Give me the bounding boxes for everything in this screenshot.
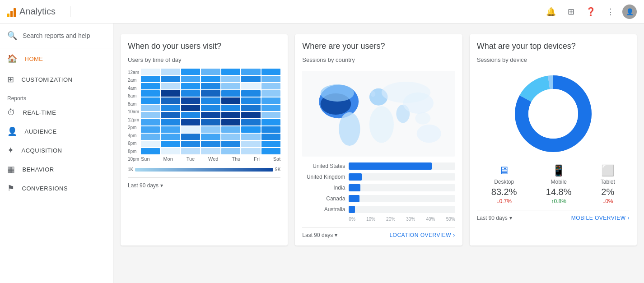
sidebar-item-behavior[interactable]: ▦ BEHAVIOR xyxy=(0,160,113,179)
heatmap-cell xyxy=(241,76,260,82)
desktop-icon: 🖥 xyxy=(491,164,517,177)
heatmap-cell xyxy=(221,119,240,125)
conversions-icon: ⚑ xyxy=(7,183,15,193)
where-card-footer: Last 90 days ▾ LOCATION OVERVIEW › xyxy=(302,227,455,238)
heatmap-wrapper: 12am2am4am6am8am10am12pm2pm4pm6pm8pm10pm… xyxy=(128,69,280,163)
country-axis-label: 10% xyxy=(366,217,375,222)
heatmap-x-label: Wed xyxy=(208,156,218,162)
svg-point-11 xyxy=(417,125,441,143)
heatmap-y-label: 2am xyxy=(128,77,139,84)
heatmap-x-labels: SunMonTueWedThuFriSat xyxy=(141,154,280,163)
heatmap-cell xyxy=(261,97,280,104)
desktop-label: Desktop xyxy=(491,179,517,185)
legend-min: 1K xyxy=(128,167,133,172)
heatmap-cell xyxy=(141,148,160,154)
heatmap-area: SunMonTueWedThuFriSat xyxy=(141,69,280,163)
country-bar-axis: 0%10%20%30%40%50% xyxy=(302,217,455,222)
realtime-icon: ⏱ xyxy=(7,108,16,117)
nav-item-customization[interactable]: ⊞ CUSTOMIZATION xyxy=(0,69,113,90)
heatmap-cell xyxy=(221,134,240,140)
device-stat-desktop: 🖥Desktop83.2%↓0.7% xyxy=(491,164,517,204)
heatmap-cell xyxy=(161,105,180,111)
heatmap-cell xyxy=(181,83,200,89)
heatmap-cell xyxy=(181,134,200,140)
heatmap-cell xyxy=(201,90,220,97)
heatmap-cell xyxy=(141,126,160,133)
more-button[interactable]: ⋮ xyxy=(602,4,619,20)
devices-date-chevron: ▾ xyxy=(509,215,512,221)
nav-item-home[interactable]: 🏠 HOME xyxy=(0,48,113,69)
legend-max: 9K xyxy=(275,167,280,172)
heatmap-cell xyxy=(161,112,180,118)
notifications-button[interactable]: 🔔 xyxy=(543,4,559,20)
sidebar-item-realtime[interactable]: ⏱ REAL-TIME xyxy=(0,103,113,122)
heatmap-cell xyxy=(221,105,240,111)
main-content: When do your users visit? Users by time … xyxy=(113,23,644,283)
heatmap-cell xyxy=(181,97,200,104)
heatmap-cell xyxy=(241,141,260,147)
heatmap-cell xyxy=(141,112,160,118)
heatmap-x-label: Sun xyxy=(141,156,150,162)
country-bar-container xyxy=(349,173,455,181)
heatmap-x-label: Fri xyxy=(254,156,260,162)
heatmap-cell xyxy=(241,105,260,111)
heatmap-cell xyxy=(201,76,220,82)
search-bar[interactable]: 🔍 Search reports and help xyxy=(0,23,113,48)
heatmap-y-label: 10am xyxy=(128,108,139,116)
location-overview-link[interactable]: LOCATION OVERVIEW › xyxy=(389,232,455,238)
app-logo: Analytics xyxy=(7,6,56,17)
acquisition-icon: ✦ xyxy=(7,145,14,155)
devices-date-label: Last 90 days xyxy=(477,215,508,221)
heatmap-cell xyxy=(241,119,260,125)
heatmap-cell xyxy=(261,141,280,147)
country-row: Australia xyxy=(302,206,455,213)
sidebar-item-conversions[interactable]: ⚑ CONVERSIONS xyxy=(0,179,113,198)
country-axis-label: 0% xyxy=(349,217,355,222)
heatmap-cell xyxy=(141,90,160,97)
devices-card: What are your top devices? Sessions by d… xyxy=(470,34,637,246)
devices-date-selector[interactable]: Last 90 days ▾ xyxy=(477,215,512,221)
country-axis-label: 20% xyxy=(386,217,395,222)
map-svg xyxy=(302,69,455,159)
country-row: Canada xyxy=(302,195,455,202)
heatmap-cell xyxy=(241,90,260,97)
country-bar xyxy=(349,195,359,202)
legend-gradient xyxy=(135,168,273,172)
devices-card-footer: Last 90 days ▾ MOBILE OVERVIEW › xyxy=(477,210,630,221)
legend-bar: 1K 9K xyxy=(128,167,280,172)
customization-icon: ⊞ xyxy=(7,74,14,84)
device-stats: 🖥Desktop83.2%↓0.7%📱Mobile14.8%↑0.8%⬜Tabl… xyxy=(477,164,630,204)
country-row: India xyxy=(302,184,455,191)
where-date-selector[interactable]: Last 90 days ▾ xyxy=(302,232,337,238)
heatmap-cell xyxy=(261,105,280,111)
apps-button[interactable]: ⊞ xyxy=(563,4,579,20)
heatmap-cell xyxy=(141,76,160,82)
when-date-chevron: ▾ xyxy=(160,182,163,189)
country-bar-container xyxy=(349,206,455,213)
behavior-icon: ▦ xyxy=(7,164,15,174)
heatmap-cell xyxy=(221,126,240,133)
heatmap-cell xyxy=(181,126,200,133)
when-date-selector[interactable]: Last 90 days ▾ xyxy=(128,182,163,189)
country-row: United Kingdom xyxy=(302,173,455,181)
device-stat-tablet: ⬜Tablet2%↓0% xyxy=(601,164,615,204)
help-button[interactable]: ❓ xyxy=(583,4,599,20)
where-card: Where are your users? Sessions by countr… xyxy=(295,34,462,246)
heatmap-cell xyxy=(201,141,220,147)
user-avatar[interactable]: 👤 xyxy=(622,5,637,19)
heatmap-cell xyxy=(181,112,200,118)
when-card: When do your users visit? Users by time … xyxy=(121,34,288,246)
mobile-percent: 14.8% xyxy=(546,187,572,197)
sidebar-item-audience[interactable]: 👤 AUDIENCE xyxy=(0,122,113,141)
svg-point-3 xyxy=(321,84,354,102)
sidebar-item-acquisition[interactable]: ✦ ACQUISITION xyxy=(0,141,113,160)
mobile-icon: 📱 xyxy=(546,164,572,177)
where-chart-subtitle: Sessions by country xyxy=(302,56,455,63)
country-bars: United StatesUnited KingdomIndiaCanadaAu… xyxy=(302,162,455,213)
tablet-icon: ⬜ xyxy=(601,164,615,177)
country-axis-label: 30% xyxy=(406,217,415,222)
heatmap-cell xyxy=(181,148,200,154)
mobile-overview-link[interactable]: MOBILE OVERVIEW › xyxy=(571,215,630,221)
heatmap-y-axis: 12am2am4am6am8am10am12pm2pm4pm6pm8pm10pm xyxy=(128,69,141,163)
devices-card-title: What are your top devices? xyxy=(477,42,630,51)
